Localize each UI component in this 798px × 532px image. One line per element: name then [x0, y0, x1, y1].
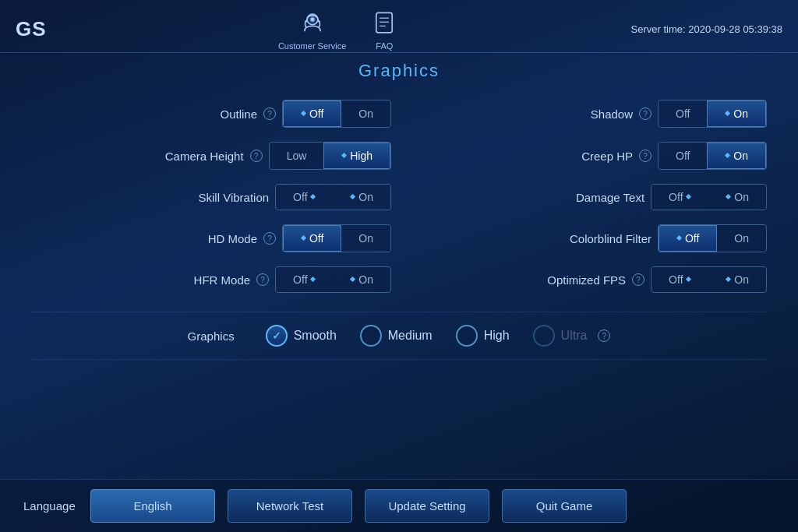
shadow-on-btn[interactable]: On [707, 100, 766, 127]
colorblind-label: Colorblind Filter [558, 232, 651, 245]
shadow-label: Shadow [539, 107, 633, 121]
damage-text-label: Damage Text [551, 191, 644, 204]
outline-label: Outline [164, 107, 257, 121]
creep-hp-help[interactable]: ? [639, 150, 651, 162]
skill-vibration-on-btn[interactable]: On [333, 185, 390, 210]
quality-smooth-label: Smooth [294, 329, 337, 343]
nav-faq[interactable]: FAQ [369, 9, 399, 51]
graphics-quality-label: Graphics [188, 329, 235, 343]
faq-icon [369, 9, 399, 38]
quality-high-radio[interactable] [456, 325, 478, 347]
optimized-fps-help[interactable]: ? [632, 273, 644, 286]
quality-smooth-option[interactable]: Smooth [266, 325, 337, 347]
setting-optimized-fps: Optimized FPS ? Off On [407, 263, 767, 296]
quality-ultra-label: Ultra [561, 329, 588, 343]
setting-skill-vibration: Skill Vibration Off On [31, 181, 391, 213]
nav-customer-service[interactable]: Customer Service [278, 9, 346, 51]
top-nav: Customer Service FAQ [278, 9, 399, 51]
skill-vibration-label: Skill Vibration [175, 191, 269, 204]
hfr-mode-on-btn[interactable]: On [333, 267, 390, 292]
quit-game-button[interactable]: Quit Game [502, 489, 627, 523]
outline-help[interactable]: ? [263, 107, 276, 120]
colorblind-off-btn[interactable]: Off [659, 225, 717, 252]
hfr-mode-help[interactable]: ? [256, 273, 269, 286]
setting-shadow: Shadow ? Off On [407, 97, 767, 131]
quality-ultra-option[interactable]: Ultra ? [533, 325, 611, 347]
language-button[interactable]: English [90, 489, 215, 523]
optimized-fps-label: Optimized FPS [532, 273, 626, 287]
graphics-quality-row: Graphics Smooth Medium High Ultra ? [31, 312, 767, 360]
svg-rect-3 [376, 12, 392, 33]
setting-camera-height: Camera Height ? Low High [31, 139, 391, 173]
setting-hd-mode: HD Mode ? Off On [31, 221, 391, 255]
quality-ultra-help[interactable]: ? [598, 329, 610, 342]
colorblind-on-btn[interactable]: On [717, 225, 766, 252]
hd-mode-label: HD Mode [164, 232, 257, 245]
camera-height-label: Camera Height [150, 150, 244, 163]
hfr-mode-toggle: Off On [275, 266, 391, 293]
main-content: Graphics Outline ? Off On Shadow ? [0, 53, 798, 380]
hfr-mode-label: HFR Mode [157, 273, 250, 287]
skill-vibration-toggle: Off On [275, 184, 391, 210]
setting-outline: Outline ? Off On [31, 97, 391, 131]
logo: GS [16, 17, 47, 41]
quality-high-option[interactable]: High [456, 325, 510, 347]
svg-point-2 [310, 17, 314, 21]
damage-text-off-btn[interactable]: Off [651, 185, 708, 210]
camera-height-toggle: Low High [269, 142, 391, 170]
optimized-fps-on-btn[interactable]: On [708, 267, 766, 292]
hd-mode-toggle: Off On [282, 224, 391, 252]
creep-hp-toggle: Off On [658, 142, 767, 170]
creep-hp-label: Creep HP [539, 150, 633, 163]
outline-toggle: Off On [282, 100, 391, 128]
quality-medium-option[interactable]: Medium [360, 325, 433, 347]
quality-smooth-radio[interactable] [266, 325, 288, 347]
outline-on-btn[interactable]: On [341, 100, 390, 127]
damage-text-on-btn[interactable]: On [708, 185, 766, 210]
camera-height-help[interactable]: ? [250, 150, 263, 162]
quality-medium-label: Medium [388, 329, 433, 343]
section-title: Graphics [31, 61, 767, 81]
settings-grid: Outline ? Off On Shadow ? Off [31, 97, 767, 296]
shadow-help[interactable]: ? [639, 107, 651, 120]
update-setting-button[interactable]: Update Setting [365, 489, 489, 523]
creep-hp-off-btn[interactable]: Off [659, 143, 707, 169]
customer-service-label: Customer Service [278, 41, 346, 51]
setting-colorblind: Colorblind Filter Off On [407, 221, 767, 255]
language-label: Language [23, 499, 78, 513]
customer-service-icon [298, 9, 327, 38]
skill-vibration-off-btn[interactable]: Off [276, 185, 333, 210]
hd-mode-help[interactable]: ? [263, 232, 276, 245]
setting-creep-hp: Creep HP ? Off On [407, 139, 767, 173]
quality-ultra-radio[interactable] [533, 325, 555, 347]
shadow-toggle: Off On [658, 100, 767, 128]
setting-hfr-mode: HFR Mode ? Off On [31, 263, 391, 296]
damage-text-toggle: Off On [651, 184, 767, 210]
setting-damage-text: Damage Text Off On [407, 181, 767, 213]
faq-label: FAQ [376, 41, 393, 51]
bottom-bar: Language English Network Test Update Set… [0, 479, 798, 532]
colorblind-toggle: Off On [658, 224, 767, 252]
shadow-off-btn[interactable]: Off [659, 100, 707, 127]
hd-mode-on-btn[interactable]: On [341, 225, 390, 252]
server-time: Server time: 2020-09-28 05:39:38 [631, 23, 782, 35]
camera-height-high-btn[interactable]: High [323, 143, 390, 169]
hfr-mode-off-btn[interactable]: Off [276, 267, 333, 292]
quality-medium-radio[interactable] [360, 325, 382, 347]
camera-height-low-btn[interactable]: Low [270, 143, 324, 169]
hd-mode-off-btn[interactable]: Off [283, 225, 341, 252]
network-test-button[interactable]: Network Test [228, 489, 352, 523]
quality-high-label: High [484, 329, 510, 343]
outline-off-btn[interactable]: Off [283, 100, 341, 127]
optimized-fps-off-btn[interactable]: Off [651, 267, 708, 292]
top-bar: GS Customer Service [0, 0, 798, 53]
optimized-fps-toggle: Off On [651, 266, 767, 293]
creep-hp-on-btn[interactable]: On [707, 143, 766, 169]
